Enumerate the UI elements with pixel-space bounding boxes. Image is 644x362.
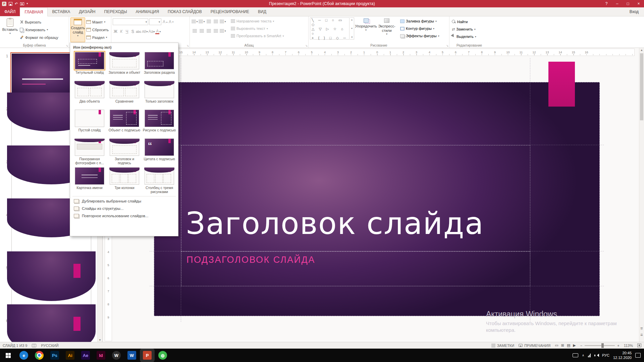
layout-option[interactable]: Пустой слайд [72,108,107,137]
layout-option[interactable]: Титульный слайд [72,51,107,79]
ribbon-tab[interactable]: ПЕРЕХОДЫ [100,7,131,16]
align-right-button[interactable] [205,27,212,35]
help-button[interactable]: ? [601,0,612,7]
panel-scroll-down-icon[interactable]: ▼ [98,339,102,342]
shape-outline-button[interactable]: Контур фигуры▾ [399,25,440,32]
justify-button[interactable] [212,27,219,35]
align-center-button[interactable] [198,27,205,35]
shapes-gallery-scroll[interactable]: ▴ ▾ ⊻ [350,17,354,40]
ribbon-tab[interactable]: РЕЦЕНЗИРОВАНИЕ [206,7,254,16]
start-button[interactable] [0,349,16,362]
ribbon-tab[interactable]: ВСТАВКА [48,7,74,16]
layout-option[interactable]: Карточка имени [72,166,107,195]
convert-smartart-button[interactable]: Преобразовать в SmartArt▾ [230,32,285,40]
layout-option[interactable]: Два объекта [72,79,107,108]
layout-option[interactable]: Сравнение [107,79,142,108]
zoom-out-button[interactable]: − [580,344,582,348]
grow-font-button[interactable]: А▲ [162,18,168,25]
zoom-in-button[interactable]: + [617,344,619,348]
canvas-scrollbar[interactable]: ▲ ⇈ ⇊ [639,48,644,342]
replace-button[interactable]: ⇄Заменить▾ [451,25,488,33]
character-spacing-button[interactable]: АВ▾ [142,28,148,35]
start-slideshow-icon[interactable] [20,2,24,5]
layout-option[interactable]: Три колонки [107,166,142,195]
font-name-combo[interactable]: ▾ [113,18,148,25]
show-hidden-icons-icon[interactable]: ∧ [582,354,584,357]
taskbar-app-button[interactable]: Id [93,349,109,362]
minimize-button[interactable]: – [612,0,623,7]
view-button[interactable]: ▶ [573,343,576,348]
ribbon-tab[interactable]: ДИЗАЙН [74,7,100,16]
select-button[interactable]: Выделить▾ [451,33,488,40]
slide-thumbnail[interactable] [11,265,91,310]
shrink-font-button[interactable]: А▼ [168,18,174,25]
scroll-up-icon[interactable]: ▲ [639,49,644,52]
align-left-button[interactable] [191,27,198,35]
gallery-more-icon[interactable]: ⊻ [351,36,353,39]
action-center-icon[interactable] [635,353,641,358]
view-button[interactable]: ⊞ [561,343,564,348]
volume-icon[interactable] [594,354,598,357]
sign-in-link[interactable]: Вход [630,7,644,16]
layout-option[interactable]: Объект с подписью [107,108,142,137]
align-text-button[interactable]: Выровнять текст▾ [230,25,285,32]
slide-subtitle-text[interactable]: ПОДЗАГОЛОВОК СЛАЙДА [186,255,315,265]
cut-button[interactable]: Вырезать [19,18,59,26]
close-button[interactable]: × [633,0,644,7]
clock[interactable]: 20:45 12.12.2020 [613,351,632,360]
restore-button[interactable]: □ [623,0,633,7]
scroll-down-icon[interactable]: ▾ [351,27,353,30]
shape-effects-button[interactable]: Эффекты фигуры▾ [399,32,440,40]
zoom-slider-thumb[interactable] [601,343,604,348]
decrease-indent-button[interactable] [205,18,212,25]
arrange-button[interactable]: Упорядочить ▾ [356,17,376,42]
ribbon-tab[interactable]: ФАЙЛ [0,7,20,16]
ribbon-tab[interactable]: АНИМАЦИЯ [131,7,163,16]
taskbar-app-button[interactable]: P [140,349,155,362]
zoom-slider[interactable] [585,345,615,346]
pink-rectangle-shape[interactable] [548,62,575,107]
next-slide-icon[interactable]: ⇊ [639,333,644,337]
canvas-scrollbar-thumb[interactable] [640,53,643,120]
section-button[interactable]: Раздел▾ [85,34,110,41]
taskbar-app-button[interactable]: W [124,349,140,362]
layout-option[interactable]: Панорамная фотография с п... [72,137,107,166]
touch-keyboard-icon[interactable] [573,353,578,357]
dialog-launcher-icon[interactable]: ↘ [66,44,68,47]
network-icon[interactable] [588,354,591,357]
notes-button[interactable]: ЗАМЕТКИ [491,344,515,348]
numbering-button[interactable]: ▾ [198,18,205,25]
layout-option[interactable]: Цитата с подписью [142,137,177,166]
taskbar-app-button[interactable]: W [109,349,124,362]
undo-icon[interactable]: ↶ [15,2,18,6]
layout-option[interactable]: Рисунок с подписью [142,108,177,137]
new-slide-button[interactable]: Создать слайд ▾ [70,17,85,42]
previous-slide-icon[interactable]: ⇈ [639,327,644,330]
paste-button[interactable]: Вставить ▾ [1,17,19,42]
layout-option[interactable]: Заголовок и подпись [107,137,142,166]
change-case-button[interactable]: Аа▾ [148,28,155,35]
dialog-launcher-icon[interactable]: ↘ [446,44,448,47]
shape-fill-button[interactable]: Заливка фигуры▾ [399,17,440,25]
reset-button[interactable]: Сбросить [85,26,110,34]
layout-option[interactable]: Только заголовок [142,79,177,108]
spellcheck-icon[interactable] [32,344,36,347]
font-color-button[interactable]: А▾ [155,28,161,35]
taskbar-app-button[interactable]: e [16,349,32,362]
find-button[interactable]: Найти [451,18,488,25]
comments-button[interactable]: ПРИМЕЧАНИЯ [519,344,550,348]
layout-option[interactable]: Заголовок раздела [142,51,177,79]
taskbar-app-button[interactable]: Ai [62,349,78,362]
menu-item[interactable]: Повторное использование слайдов... [70,212,178,220]
menu-item[interactable]: Дублировать выбранные слайды [70,197,178,205]
strikethrough-button[interactable]: abc [136,28,142,35]
text-direction-button[interactable]: Направление текста▾ [230,17,285,25]
taskbar-app-button[interactable]: ◍ [155,349,170,362]
layout-option[interactable]: Столбец с тремя рисунками [142,166,177,195]
taskbar-app-button[interactable]: Ae [78,349,93,362]
fit-to-window-icon[interactable] [637,344,641,347]
dialog-launcher-icon[interactable]: ↘ [186,44,189,47]
italic-button[interactable]: К [118,28,124,35]
ribbon-tab[interactable]: ПОКАЗ СЛАЙДОВ [163,7,206,16]
copy-button[interactable]: Копировать▾ [19,26,59,34]
